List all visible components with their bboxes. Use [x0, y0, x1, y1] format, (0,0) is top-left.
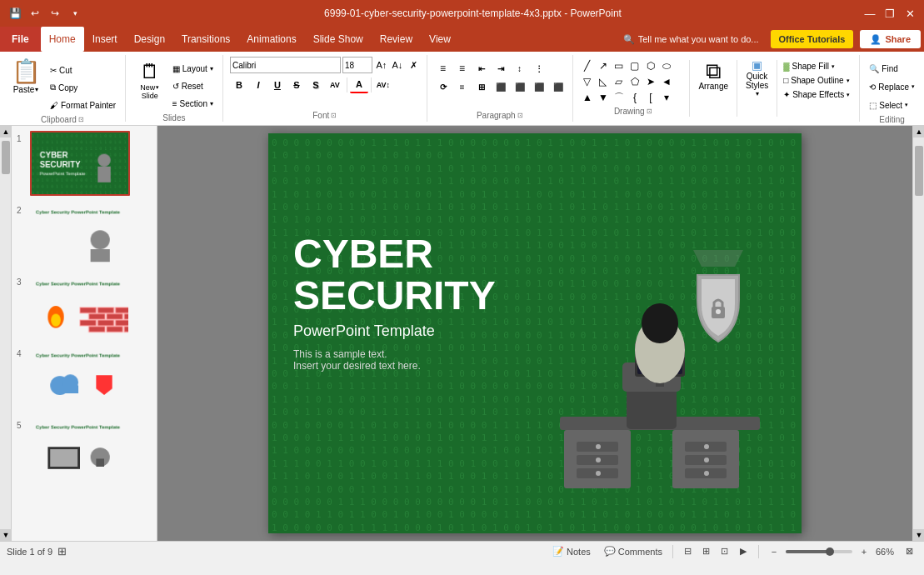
normal-view-button[interactable]: ⊟: [680, 544, 697, 559]
slide-sorter-button[interactable]: ⊞: [698, 544, 715, 559]
line-spacing-button[interactable]: ↕: [511, 60, 529, 77]
shape-outline-button[interactable]: □ Shape Outline ▾: [781, 74, 852, 87]
clipboard-expand-icon[interactable]: ⊡: [78, 116, 84, 123]
scroll-up-button[interactable]: ▲: [913, 126, 924, 138]
restore-button[interactable]: ❐: [882, 6, 897, 21]
section-button[interactable]: ≡ Section ▾: [169, 95, 217, 112]
reset-button[interactable]: ↺ Reset: [169, 78, 217, 94]
columns-button[interactable]: ⋮: [530, 60, 548, 77]
slide-thumb-3[interactable]: 3: [15, 272, 153, 341]
slide-thumbnail-3[interactable]: [30, 274, 130, 339]
right-triangle-shape[interactable]: ◺: [596, 74, 611, 89]
snip-rect-shape[interactable]: ⬡: [643, 58, 658, 73]
close-button[interactable]: ✕: [902, 6, 917, 21]
slideshow-menu[interactable]: Slide Show: [305, 27, 372, 52]
up-arrow-shape[interactable]: ▲: [580, 90, 595, 105]
office-tutorials-button[interactable]: Office Tutorials: [771, 30, 854, 48]
view-menu[interactable]: View: [421, 27, 459, 52]
brace-shape[interactable]: {: [627, 90, 642, 105]
scroll-track[interactable]: [913, 138, 924, 529]
insert-menu[interactable]: Insert: [84, 27, 126, 52]
slide-thumb-1[interactable]: 1: [15, 129, 153, 198]
left-arrow-shape[interactable]: ◄: [659, 74, 674, 89]
minimize-button[interactable]: —: [862, 6, 877, 21]
fit-slide-button[interactable]: ⊠: [901, 544, 917, 559]
reading-view-button[interactable]: ⊡: [717, 544, 733, 559]
copy-button[interactable]: ⧉ Copy: [47, 79, 119, 96]
arrow-shape[interactable]: ➤: [643, 74, 658, 89]
new-slide-button[interactable]: 🗒 New ▾ Slide: [132, 57, 167, 102]
zoom-out-button[interactable]: −: [766, 544, 782, 559]
parallelogram-shape[interactable]: ▱: [612, 74, 627, 89]
format-painter-button[interactable]: 🖌 Format Painter: [47, 97, 119, 113]
increase-indent-button[interactable]: ⇥: [492, 60, 510, 77]
paste-button[interactable]: 📋 Paste ▾: [7, 57, 45, 96]
clear-format-button[interactable]: ✗: [407, 58, 422, 72]
paragraph-expand-icon[interactable]: ⊡: [517, 112, 523, 119]
decrease-font-size-button[interactable]: A↓: [390, 58, 405, 72]
slide-thumb-4[interactable]: 4: [15, 344, 153, 412]
slide-thumb-2[interactable]: 2: [15, 201, 153, 269]
slide-thumb-5[interactable]: 5: [15, 416, 153, 484]
align-text-button[interactable]: ≡: [453, 78, 472, 95]
file-menu[interactable]: File: [0, 27, 41, 52]
underline-button[interactable]: U: [268, 77, 287, 93]
curve-shape[interactable]: ⌒: [612, 90, 627, 105]
numbering-button[interactable]: ≡: [453, 60, 472, 77]
character-spacing-button[interactable]: AV: [326, 77, 344, 93]
customize-quick-access-button[interactable]: ▾: [67, 5, 83, 22]
italic-button[interactable]: I: [249, 77, 267, 93]
align-left-button[interactable]: ⬛: [492, 78, 510, 95]
tell-me-input[interactable]: 🔍 Tell me what you want to do...: [615, 27, 767, 52]
transitions-menu[interactable]: Transitions: [173, 27, 238, 52]
trap-shape[interactable]: ⬠: [627, 74, 642, 89]
connector-shape[interactable]: ↗: [596, 58, 611, 73]
panel-scroll-down-button[interactable]: ▼: [0, 529, 12, 541]
main-slide[interactable]: 0 0 0 0 0 0 0 0 0 1 1 1 0 1 1 1 0 0 0 0 …: [268, 133, 802, 533]
font-name-input[interactable]: [230, 57, 341, 73]
animations-menu[interactable]: Animations: [238, 27, 304, 52]
bracket-shape[interactable]: [: [643, 90, 658, 105]
comments-button[interactable]: 💬 Comments: [601, 546, 666, 557]
home-menu[interactable]: Home: [41, 27, 84, 52]
text-shadow-btn2[interactable]: AV↕: [374, 77, 392, 93]
line-shape[interactable]: ╱: [580, 58, 595, 73]
slide-thumbnail-4[interactable]: [30, 346, 130, 411]
font-expand-icon[interactable]: ⊡: [331, 112, 337, 119]
shadow-text-button[interactable]: S: [307, 77, 325, 93]
bold-button[interactable]: B: [230, 77, 248, 93]
oval-shape[interactable]: ⬭: [659, 58, 674, 73]
rounded-rect-shape[interactable]: ▢: [627, 58, 642, 73]
scroll-thumb[interactable]: [915, 146, 923, 196]
zoom-in-button[interactable]: +: [856, 544, 872, 559]
select-button[interactable]: ⬚ Select ▾: [867, 97, 917, 113]
notes-button[interactable]: 📝 Notes: [549, 546, 594, 557]
text-direction-button[interactable]: ⟳: [434, 78, 452, 95]
zoom-thumb[interactable]: [826, 548, 834, 556]
slide-thumbnail-1[interactable]: [30, 131, 130, 196]
quick-styles-button[interactable]: ▣ QuickStyles ▾: [741, 57, 774, 113]
share-button[interactable]: 👤 Share: [860, 30, 921, 48]
down-arrow-shape[interactable]: ▼: [596, 90, 611, 105]
bullets-button[interactable]: ≡: [434, 60, 452, 77]
triangle-shape[interactable]: ▽: [580, 74, 595, 89]
justify-button[interactable]: ⬛: [549, 78, 567, 95]
scroll-down-button[interactable]: ▼: [913, 529, 924, 541]
strikethrough-button[interactable]: S: [287, 77, 306, 93]
drawing-expand-icon[interactable]: ⊡: [647, 108, 652, 115]
slideshow-view-button[interactable]: ▶: [735, 544, 752, 559]
shape-effects-button[interactable]: ✦ Shape Effects ▾: [781, 88, 852, 101]
design-menu[interactable]: Design: [126, 27, 173, 52]
font-color-button[interactable]: A: [350, 77, 368, 93]
review-menu[interactable]: Review: [372, 27, 421, 52]
panel-scroll-up-button[interactable]: ▲: [0, 126, 12, 138]
font-size-input[interactable]: [342, 57, 372, 73]
align-center-button[interactable]: ⬛: [511, 78, 529, 95]
redo-button[interactable]: ↪: [47, 5, 63, 22]
slide-thumbnail-2[interactable]: [30, 202, 130, 268]
zoom-slider[interactable]: [786, 550, 852, 553]
cut-button[interactable]: ✂ Cut: [47, 62, 119, 78]
save-button[interactable]: 💾: [7, 5, 23, 22]
arrange-button[interactable]: ⧉ Arrange: [693, 57, 733, 113]
smartart-button[interactable]: ⊞: [472, 78, 491, 95]
